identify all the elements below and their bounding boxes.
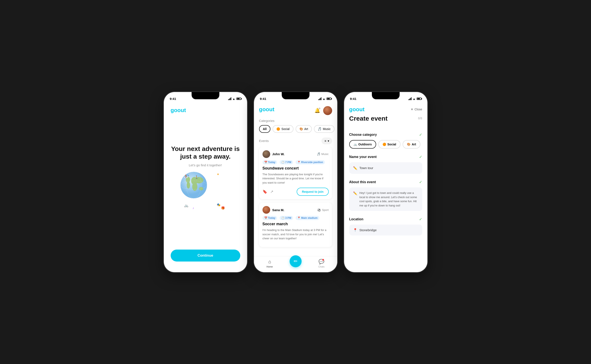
time-2: 9:41	[260, 97, 266, 101]
about-input[interactable]: ✏️ Hey! I just got to town and could rea…	[349, 188, 422, 211]
music-icon: ♪	[193, 206, 194, 210]
art-emoji: 🎨	[299, 127, 303, 131]
screen-create: goout ✕ Close Create event 8/8 Choose ca…	[344, 103, 427, 272]
about-check-icon: ✓	[419, 180, 422, 184]
svg-point-3	[192, 182, 197, 191]
event-date-2: 📅 Today	[263, 216, 277, 220]
hero-section: Your next adventure is just a step away.…	[171, 114, 240, 250]
create-event-title: Create event	[349, 115, 388, 122]
event-loc-2: 📍 Main stadium	[296, 216, 319, 220]
social-emoji-2: 🟠	[382, 143, 386, 146]
chip-art[interactable]: 🎨Art	[296, 125, 312, 133]
chip-art-label: Art	[304, 127, 308, 131]
event-name-section: Name your event ✓ ✏️ Town tour	[349, 155, 422, 174]
home-icon: ⌂	[268, 259, 271, 265]
event-card-header-2: Sana M. ⚽ Sport	[263, 206, 329, 214]
music-cat-label: Music	[322, 152, 329, 156]
chip-social-label: Social	[281, 127, 289, 131]
pencil-icon-about: ✏️	[353, 191, 357, 195]
compose-fab[interactable]: ✏	[290, 255, 302, 267]
event-time-1: 🕐 7 PM	[280, 160, 293, 164]
event-title-2: Soccer march	[263, 222, 329, 226]
welcome-screen: goout Your next adventure is just a step…	[164, 103, 247, 272]
notification-bell[interactable]: 🔔	[314, 108, 320, 113]
user-avatar-header[interactable]	[323, 106, 332, 115]
events-header: Events ≡ ▾	[254, 136, 337, 147]
signal-icon-3	[408, 97, 412, 100]
art-label-2: Art	[412, 143, 416, 146]
about-section: About this event ✓ ✏️ Hey! I just got to…	[349, 180, 422, 211]
chip-music[interactable]: 🎵Music	[314, 125, 335, 133]
music-emoji: 🎵	[318, 127, 322, 131]
location-value: Stonebridge	[360, 228, 377, 232]
cat-chip-art[interactable]: 🎨 Art	[403, 140, 420, 149]
chip-music-label: Music	[323, 127, 331, 131]
event-card-1: John W. 🎵 Music 📅 Today 🕐 7 PM 📍 Riversi…	[259, 147, 332, 199]
location-pin-icon: 📍	[353, 228, 357, 232]
globe-illustration: ✈ ✦ 🚶 🏂 🚲 ♪ 🎭 🎁	[180, 171, 231, 214]
screen-welcome: goout Your next adventure is just a step…	[164, 103, 247, 272]
event-card-header-1: John W. 🎵 Music	[263, 150, 329, 158]
close-button[interactable]: ✕ Close	[411, 108, 422, 111]
chip-all[interactable]: All	[259, 125, 271, 133]
request-to-join-btn[interactable]: Request to join	[297, 188, 328, 196]
chats-notification-dot	[322, 259, 324, 261]
hero-subtitle: Let's go find it together!	[189, 163, 222, 167]
status-icons-2: ▲	[318, 97, 331, 101]
sport-cat-icon: ⚽	[317, 208, 321, 212]
logo-teal: out	[177, 107, 186, 113]
about-header: About this event ✓	[349, 180, 422, 184]
user-name-john: John W.	[272, 152, 285, 156]
app-logo-2: goout	[259, 106, 275, 113]
filter-button[interactable]: ≡ ▾	[322, 137, 332, 144]
event-desc-1: The Soundwaves are playing live tonight …	[263, 172, 329, 185]
location-input[interactable]: 📍 Stonebridge	[349, 225, 422, 235]
music-cat-icon: 🎵	[317, 152, 320, 156]
event-date-1: 📅 Today	[263, 160, 277, 164]
continue-button[interactable]: Continue	[171, 250, 240, 261]
header-actions: 🔔	[314, 106, 332, 115]
chip-social[interactable]: 🟠Social	[273, 125, 293, 133]
event-title-1: Soundwave concert	[263, 166, 329, 171]
events-label: Events	[259, 139, 269, 143]
event-meta-1: 📅 Today 🕐 7 PM 📍 Riverside pavilion	[263, 160, 329, 164]
social-emoji: 🟠	[276, 127, 280, 131]
logo-black-3: go	[349, 106, 356, 112]
event-category-music: 🎵 Music	[317, 152, 329, 156]
logo-black-2: go	[259, 106, 266, 112]
hiker-icon: 🚶	[195, 176, 198, 179]
event-name-input[interactable]: ✏️ Town tour	[349, 162, 422, 174]
bookmark-icon[interactable]: 🔖	[263, 189, 267, 194]
status-bar-1: 9:41 ▲	[164, 92, 247, 103]
events-list: John W. 🎵 Music 📅 Today 🕐 7 PM 📍 Riversi…	[254, 147, 337, 256]
create-content: Create event 8/8 Choose category ✓ 🚲 Out…	[344, 115, 427, 272]
location-check-icon: ✓	[419, 217, 422, 222]
cat-chip-outdoors[interactable]: 🚲 Outdoors	[349, 140, 376, 149]
pencil-icon-fab: ✏	[294, 259, 297, 264]
outdoors-label: Outdoors	[358, 143, 372, 146]
event-user-2: Sana M.	[263, 206, 284, 214]
skater-icon: 🏂	[184, 175, 188, 178]
time-1: 9:41	[170, 97, 176, 101]
share-icon[interactable]: ↗	[270, 189, 273, 194]
filter-chevron: ▾	[328, 139, 329, 143]
about-label: About this event	[349, 180, 376, 184]
category-section-header: Choose category ✓	[349, 132, 422, 137]
app-logo-3: goout	[349, 106, 365, 113]
location-header: Location ✓	[349, 217, 422, 222]
cat-chip-social[interactable]: 🟠 Social	[378, 140, 401, 149]
signal-icon-2	[318, 97, 322, 100]
chip-all-label: All	[263, 127, 267, 131]
wifi-icon-1: ▲	[232, 97, 235, 101]
status-bar-3: 9:41 ▲	[344, 92, 427, 103]
user-avatar-sana	[263, 206, 270, 214]
nav-chats-label: Chats	[318, 265, 324, 268]
about-value: Hey! I just got to town and could really…	[360, 191, 418, 208]
create-header: goout ✕ Close	[344, 103, 427, 115]
mask-icon: 🎭	[217, 203, 220, 207]
hero-title: Your next adventure is just a step away.	[171, 145, 240, 160]
create-event-screen: goout ✕ Close Create event 8/8 Choose ca…	[344, 103, 427, 272]
nav-chats[interactable]: 💬 Chats	[318, 259, 324, 268]
nav-home[interactable]: ⌂ Home	[267, 259, 273, 268]
notif-indicator	[319, 108, 320, 109]
